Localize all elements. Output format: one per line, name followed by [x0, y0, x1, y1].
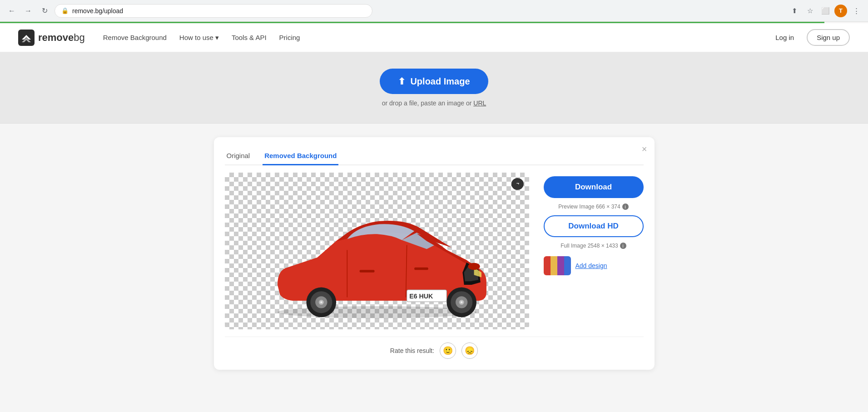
back-button[interactable]: ← — [5, 5, 18, 17]
download-hd-button[interactable]: Download HD — [544, 215, 644, 237]
url-link[interactable]: URL — [473, 99, 486, 107]
tab-original[interactable]: Original — [225, 148, 252, 165]
edit-button-group: ✏ Edit ▾ — [511, 178, 524, 190]
address-bar[interactable]: 🔒 remove.bg/upload — [55, 4, 372, 18]
upload-image-button[interactable]: ⬆ Upload Image — [380, 69, 488, 94]
svg-text:E6 HUK: E6 HUK — [409, 293, 433, 300]
nav-pricing[interactable]: Pricing — [279, 34, 300, 41]
svg-rect-19 — [359, 270, 374, 273]
checkerboard-background: E6 HUK — [225, 173, 529, 329]
side-panel: Download Preview Image 666 × 374 i Downl… — [544, 173, 644, 275]
svg-point-18 — [468, 263, 480, 270]
svg-rect-20 — [414, 268, 428, 270]
forward-button[interactable]: → — [22, 5, 35, 17]
nav-how-to-use[interactable]: How to use ▾ — [179, 34, 219, 42]
design-thumbnail — [544, 256, 571, 275]
result-card: × Original Removed Background — [214, 137, 655, 370]
add-design-link[interactable]: Add design — [575, 262, 607, 269]
preview-info-icon[interactable]: i — [622, 204, 629, 210]
nav-remove-background[interactable]: Remove Background — [103, 34, 167, 41]
full-info-icon[interactable]: i — [620, 243, 626, 249]
extension-button[interactable]: ⬜ — [819, 5, 832, 17]
rating-row: Rate this result: 🙂 😞 — [225, 337, 644, 359]
reload-button[interactable]: ↻ — [38, 5, 51, 17]
tab-removed-background[interactable]: Removed Background — [263, 148, 338, 165]
car-image: E6 HUK — [248, 185, 506, 325]
nav-links: Remove Background How to use ▾ Tools & A… — [103, 34, 770, 42]
upload-section: ⬆ Upload Image or drop a file, paste an … — [0, 52, 868, 124]
logo-text: removebg — [38, 32, 85, 44]
nav-actions: Log in Sign up — [770, 29, 850, 46]
happy-icon: 🙂 — [443, 346, 453, 356]
svg-point-17 — [460, 302, 462, 303]
tabs: Original Removed Background — [225, 148, 644, 165]
upload-hint: or drop a file, paste an image or URL — [382, 99, 486, 107]
lock-icon: 🔒 — [61, 7, 69, 14]
svg-point-3 — [277, 306, 476, 318]
happy-rating-button[interactable]: 🙂 — [440, 343, 456, 359]
browser-chrome: ← → ↻ 🔒 remove.bg/upload ⬆ ☆ ⬜ T ⋮ — [0, 0, 868, 22]
page: removebg Remove Background How to use ▾ … — [0, 23, 868, 412]
user-avatar[interactable]: T — [834, 5, 847, 17]
content-row: E6 HUK — [225, 173, 644, 329]
sad-icon: 😞 — [465, 346, 475, 356]
full-image-info: Full Image 2548 × 1433 i — [560, 243, 626, 249]
close-button[interactable]: × — [642, 144, 647, 154]
add-design-row: Add design — [544, 256, 644, 275]
browser-actions: ⬆ ☆ ⬜ T ⋮ — [788, 5, 863, 17]
svg-point-12 — [320, 302, 322, 303]
login-button[interactable]: Log in — [770, 30, 799, 45]
preview-info: Preview Image 666 × 374 i — [558, 204, 628, 210]
main-nav: removebg Remove Background How to use ▾ … — [0, 23, 868, 52]
rating-text: Rate this result: — [390, 347, 434, 354]
edit-button[interactable]: ✏ Edit — [511, 184, 518, 190]
main-content: × Original Removed Background — [0, 124, 868, 383]
sad-rating-button[interactable]: 😞 — [461, 343, 478, 359]
logo-icon — [18, 30, 35, 46]
signup-button[interactable]: Sign up — [807, 29, 850, 46]
menu-button[interactable]: ⋮ — [850, 5, 863, 17]
url-text: remove.bg/upload — [72, 7, 366, 15]
share-button[interactable]: ⬆ — [788, 5, 801, 17]
logo[interactable]: removebg — [18, 30, 85, 46]
upload-icon: ⬆ — [398, 76, 406, 87]
chevron-down-icon: ▾ — [215, 34, 219, 42]
download-button[interactable]: Download — [544, 176, 644, 198]
nav-tools-api[interactable]: Tools & API — [232, 34, 267, 41]
image-container: E6 HUK — [225, 173, 529, 329]
bookmark-button[interactable]: ☆ — [804, 5, 816, 17]
